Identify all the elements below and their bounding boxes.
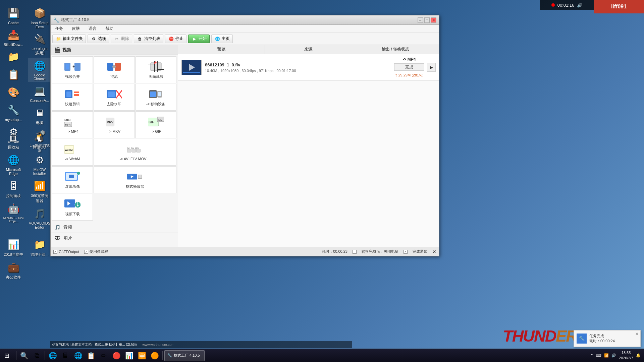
start-button[interactable]: ⊞ bbox=[0, 349, 13, 362]
play-button[interactable]: ▶ bbox=[427, 63, 436, 72]
notification-close[interactable]: ✕ bbox=[635, 331, 639, 336]
tool-remove-watermark[interactable]: 去除水印 bbox=[94, 84, 135, 111]
crop-icon bbox=[148, 61, 164, 73]
volume-icon: 🔊 bbox=[577, 3, 582, 8]
desktop-icon-mindstorm[interactable]: 🤖 MINDST... EV3 Proje... bbox=[2, 200, 25, 224]
home-button[interactable]: 🌐 主页 bbox=[211, 35, 233, 43]
tool-mobile[interactable]: -> 移动设备 bbox=[136, 84, 176, 111]
menu-help[interactable]: 帮助 bbox=[103, 25, 116, 32]
svg-text:MP4: MP4 bbox=[64, 119, 71, 122]
start-button[interactable]: ▶ 开始 bbox=[188, 35, 210, 43]
art-icon: 🎨 bbox=[7, 85, 20, 99]
svg-rect-40 bbox=[131, 149, 136, 153]
category-image[interactable]: 🖼 图片 bbox=[51, 233, 178, 244]
desktop-icon-2018[interactable]: 📊 2018年度中 bbox=[2, 236, 25, 258]
output-folder-button[interactable]: 📁 输出文件夹 bbox=[52, 35, 86, 43]
tool-screen-record[interactable]: 屏幕录像 bbox=[52, 166, 93, 193]
desktop-icon-qq[interactable]: 🐧 腾讯QQ bbox=[28, 129, 51, 151]
desktop-icon-bilibili[interactable]: 📥 BilibiliDow... bbox=[2, 27, 25, 48]
taskbar-separator3 bbox=[162, 351, 163, 360]
panel-header: 预览 来源 输出 / 转换状态 bbox=[178, 45, 439, 54]
toolbar: 📁 输出文件夹 ⚙ 选项 ✂ 删除 🗑 清空列表 ⛔ 停止 ▶ 开始 bbox=[51, 33, 439, 45]
options-icon: ⚙ bbox=[91, 36, 97, 42]
notif-text: 任务完成 耗时：00:00:24 bbox=[589, 334, 615, 344]
desktop-icon-art[interactable]: 🎨 bbox=[2, 84, 25, 101]
menu-skin[interactable]: 皮肤 bbox=[69, 25, 83, 32]
taskbar-app6[interactable]: 🔴 bbox=[110, 350, 122, 362]
multithread-checkbox[interactable] bbox=[84, 250, 88, 254]
desktop-icon-edge[interactable]: 🌐 Microsoft Edge bbox=[2, 152, 25, 177]
screen-record-icon bbox=[64, 171, 80, 183]
desktop-icon-controlpanel[interactable]: 🎛 控制面板 bbox=[2, 178, 25, 200]
desktop-icon-vocaloid[interactable]: 🎵 VOCALOIDS Editor bbox=[28, 205, 51, 231]
options-button[interactable]: ⚙ 选项 bbox=[88, 35, 109, 43]
taskbar-app5[interactable]: ✏ bbox=[98, 350, 110, 362]
tool-video-download[interactable]: 视频下载 bbox=[52, 194, 93, 221]
desktop-icon-manager[interactable]: 📁 管理干部... bbox=[28, 236, 51, 258]
menu-language[interactable]: 语言 bbox=[86, 25, 99, 32]
delete-button[interactable]: ✂ 删除 bbox=[111, 35, 132, 43]
taskbar-taskview[interactable]: ⧉ bbox=[31, 350, 43, 362]
image-icon: 🖼 bbox=[54, 235, 61, 242]
active-window-button[interactable]: 🔧 格式工厂 4.10.5 bbox=[164, 350, 205, 361]
close-button[interactable]: ✕ bbox=[431, 17, 436, 23]
taskbar-app4[interactable]: 📋 bbox=[85, 350, 97, 362]
taskbar-volume-icon[interactable]: 🔊 bbox=[611, 353, 616, 358]
taskbar-search[interactable]: 🔍 bbox=[18, 350, 30, 362]
desktop-icon-mysetup[interactable]: 🔧 mysetup... bbox=[2, 102, 25, 123]
desktop-icon-cpp[interactable]: 🔌 c++plugin (实用) bbox=[28, 31, 51, 57]
desktop-icon-office[interactable]: 💼 办公软件 bbox=[2, 259, 25, 281]
manager-icon: 📁 bbox=[33, 238, 46, 251]
minimize-button[interactable]: ─ bbox=[418, 17, 423, 23]
taskbar-arrow-icon[interactable]: ⌃ bbox=[590, 353, 593, 358]
taskbar-wifi-icon[interactable]: 📶 bbox=[604, 353, 609, 358]
tool-to-webm[interactable]: WebM -> WebM bbox=[52, 139, 93, 166]
menu-task[interactable]: 任务 bbox=[52, 25, 66, 32]
desktop-icon-recycle[interactable]: 🗑 回收站 bbox=[2, 129, 25, 151]
tool-crop[interactable]: 画面裁剪 bbox=[136, 56, 176, 83]
svg-text:MOV: MOV bbox=[135, 147, 139, 149]
desktop-icon-mingw[interactable]: ⚙ MinGW Installer bbox=[28, 152, 51, 177]
gif-icon: GIF IMG bbox=[148, 116, 164, 128]
desktop-icon-360[interactable]: 📶 360宽带测速器 bbox=[28, 178, 51, 205]
desktop-icon-inno[interactable]: 📦 Inno Setup Exec bbox=[28, 5, 51, 30]
tool-mix[interactable]: 混流 bbox=[94, 56, 135, 83]
mix-icon bbox=[106, 61, 122, 73]
start-icon: ▶ bbox=[191, 36, 197, 42]
taskbar-clock[interactable]: 18:55 2020/2/7 bbox=[619, 350, 633, 361]
taskbar-calc[interactable]: 🖩 bbox=[59, 350, 71, 362]
desktop-icon-folder1[interactable]: 📁 bbox=[2, 49, 25, 66]
desktop-icon-pc[interactable]: 🖥 电脑 bbox=[28, 105, 51, 127]
stop-button[interactable]: ⛔ 停止 bbox=[165, 35, 186, 43]
tool-to-mkv[interactable]: MKV -> MKV bbox=[94, 111, 135, 138]
taskbar-app9[interactable]: 🟠 bbox=[149, 350, 161, 362]
taskbar-edge[interactable]: 🌐 bbox=[72, 350, 84, 362]
maximize-button[interactable]: □ bbox=[424, 17, 430, 23]
tool-player[interactable]: 格式播放器 bbox=[94, 166, 176, 193]
desktop-icon-chrome[interactable]: 🌐 Google Chrome bbox=[28, 58, 51, 82]
tool-to-mp4[interactable]: MP4 MP4 -> MP4 bbox=[52, 111, 93, 138]
shutdown-checkbox[interactable] bbox=[353, 250, 357, 254]
svg-rect-18 bbox=[108, 92, 115, 97]
taskbar-app8[interactable]: 🈸 bbox=[136, 350, 148, 362]
360-icon: 📶 bbox=[33, 179, 46, 192]
desktop-icon-cache[interactable]: 💾 Cache bbox=[2, 5, 25, 26]
desktop-icon-clip[interactable]: 📋 bbox=[2, 66, 25, 83]
file-thumbnail bbox=[181, 60, 202, 75]
category-audio[interactable]: 🎵 音频 bbox=[51, 222, 178, 233]
svg-rect-41 bbox=[136, 149, 140, 153]
clear-list-button[interactable]: 🗑 清空列表 bbox=[134, 35, 163, 43]
close-status-icon[interactable]: ✕ bbox=[432, 249, 436, 254]
tool-quick-edit[interactable]: 快速剪辑 bbox=[52, 84, 93, 111]
desktop-icon-console[interactable]: 💻 ConsoleA... bbox=[28, 83, 51, 104]
tool-to-avi[interactable]: AVI FLV MOV -> AVI FLV MOV ... bbox=[94, 139, 176, 166]
taskbar-ppt[interactable]: 📊 bbox=[123, 350, 135, 362]
tool-video-merge[interactable]: + 视频合并 bbox=[52, 56, 93, 83]
output-checkbox[interactable] bbox=[53, 250, 57, 254]
notify-checkbox[interactable] bbox=[404, 250, 408, 254]
tool-to-gif[interactable]: GIF IMG -> GIF bbox=[136, 111, 176, 138]
taskbar-notification-icon[interactable]: 🔔 bbox=[636, 353, 641, 358]
active-window-icon: 🔧 bbox=[167, 353, 172, 358]
category-document[interactable]: 📄 文档 bbox=[51, 244, 178, 247]
taskbar-chrome[interactable]: 🌐 bbox=[47, 350, 59, 362]
